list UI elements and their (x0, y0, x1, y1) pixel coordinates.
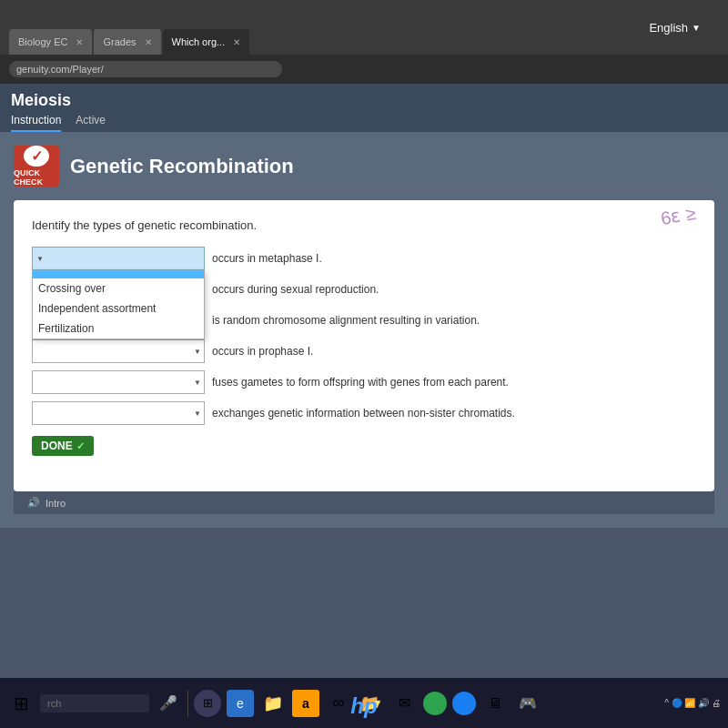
match-row-5: Crossing over Independent assortment Fer… (32, 370, 696, 394)
tab-biology-close[interactable]: ✕ (76, 37, 83, 47)
language-selector[interactable]: English ▼ (649, 21, 701, 35)
taskbar-monitor-icon[interactable]: 🖥 (481, 690, 509, 717)
quick-check-badge: QUICK CHECK (14, 146, 59, 187)
intro-footer: 🔊 Intro (14, 491, 714, 514)
hp-logo: hp (350, 693, 377, 719)
taskbar-cortana-icon[interactable]: ⊞ (194, 690, 221, 717)
nav-tab-instruction[interactable]: Instruction (11, 114, 61, 132)
match-text-3: is random chromosome alignment resulting… (212, 314, 696, 327)
speaker-icon: 🔊 (27, 497, 40, 509)
taskbar-infinity-icon[interactable]: ∞ (325, 690, 352, 717)
taskbar-game-icon[interactable]: 🎮 (514, 690, 541, 717)
intro-label: Intro (46, 498, 66, 509)
dropdown-list-1: Crossing over Independent assortment Fer… (32, 270, 205, 339)
page-title-bar: Meiosis Instruction Active (0, 84, 728, 132)
quick-check-header: QUICK CHECK Genetic Recombination (14, 146, 714, 187)
dropdown-item-fertilization[interactable]: Fertilization (33, 318, 204, 339)
dropdown-item-independent[interactable]: Independent assortment (33, 298, 204, 318)
tab-grades-label: Grades (103, 36, 136, 47)
quick-check-label: QUICK CHECK (14, 168, 59, 187)
taskbar-divider-1 (187, 690, 188, 717)
browser-chrome: Biology EC ✕ Grades ✕ Which org... ✕ Eng… (0, 0, 728, 55)
match-row-4: Crossing over Independent assortment Fer… (32, 339, 696, 363)
taskbar-blue-circle-icon[interactable] (452, 692, 476, 715)
match-text-2: occurs during sexual reproduction. (212, 283, 696, 296)
tab-which-org[interactable]: Which org... ✕ (163, 29, 250, 55)
checkmark-icon (24, 146, 49, 167)
tab-which-org-close[interactable]: ✕ (233, 37, 240, 47)
match-text-5: fuses gametes to form offspring with gen… (212, 376, 696, 389)
dropdown-item-empty[interactable] (33, 271, 204, 278)
tab-grades[interactable]: Grades ✕ (94, 29, 160, 55)
taskbar: ⊞ 🎤 ⊞ e 📁 a ∞ 📂 ✉ 🖥 🎮 hp ^ 🔵 📶 🔊 🖨 (0, 678, 728, 728)
taskbar-microphone-icon[interactable]: 🎤 (155, 690, 182, 717)
dropdown-item-crossing-over[interactable]: Crossing over (33, 278, 204, 298)
tab-grades-close[interactable]: ✕ (145, 37, 152, 47)
match-row-6: Crossing over Independent assortment Fer… (32, 401, 696, 425)
match-text-1: occurs in metaphase I. (212, 252, 696, 265)
quick-check-title: Genetic Recombination (70, 155, 294, 178)
dropdown-select-5[interactable]: Crossing over Independent assortment Fer… (32, 370, 205, 394)
dropdown-select-4[interactable]: Crossing over Independent assortment Fer… (32, 339, 205, 363)
taskbar-right: ^ 🔵 📶 🔊 🖨 (664, 698, 721, 708)
tab-biology[interactable]: Biology EC ✕ (9, 29, 92, 55)
taskbar-search-input[interactable] (40, 694, 149, 713)
taskbar-green-circle-icon[interactable] (423, 692, 447, 715)
question-text: Identify the types of genetic recombinat… (32, 218, 696, 232)
content-area: Meiosis Instruction Active QUICK CHECK G… (0, 84, 728, 678)
dropdown-trigger-1[interactable] (32, 247, 205, 270)
match-text-4: occurs in prophase I. (212, 345, 696, 358)
dropdown-wrapper-4: Crossing over Independent assortment Fer… (32, 339, 205, 363)
nav-tabs: Instruction Active (11, 114, 717, 132)
address-bar (0, 55, 728, 84)
taskbar-system-icons: ^ 🔵 📶 🔊 🖨 (664, 698, 721, 708)
address-input[interactable] (9, 61, 282, 77)
taskbar-amazon-icon[interactable]: a (292, 690, 319, 717)
dropdown-select-6[interactable]: Crossing over Independent assortment Fer… (32, 401, 205, 425)
match-text-6: exchanges genetic information between no… (212, 407, 696, 420)
dropdown-wrapper-5: Crossing over Independent assortment Fer… (32, 370, 205, 394)
nav-tab-active[interactable]: Active (76, 114, 106, 132)
dropdown-container-1: Crossing over Independent assortment Fer… (32, 247, 205, 270)
language-label: English (649, 21, 688, 35)
taskbar-mail-icon[interactable]: ✉ (390, 690, 418, 717)
dropdown-wrapper-6: Crossing over Independent assortment Fer… (32, 401, 205, 425)
match-row-1: Crossing over Independent assortment Fer… (32, 247, 696, 270)
done-button[interactable]: DONE (32, 436, 94, 456)
tab-which-org-label: Which org... (172, 36, 226, 47)
page-title: Meiosis (11, 91, 717, 110)
card-area: QUICK CHECK Genetic Recombination 6ɛ ≥ I… (0, 132, 728, 528)
white-card: 6ɛ ≥ Identify the types of genetic recom… (14, 200, 714, 491)
windows-icon[interactable]: ⊞ (7, 690, 35, 717)
tab-biology-label: Biology EC (18, 36, 67, 47)
taskbar-edge-icon[interactable]: e (227, 690, 254, 717)
language-arrow-icon: ▼ (692, 23, 701, 33)
tabs-area: Biology EC ✕ Grades ✕ Which org... ✕ (9, 0, 249, 55)
matching-area: Crossing over Independent assortment Fer… (32, 247, 696, 425)
taskbar-folder-icon[interactable]: 📁 (259, 690, 287, 717)
